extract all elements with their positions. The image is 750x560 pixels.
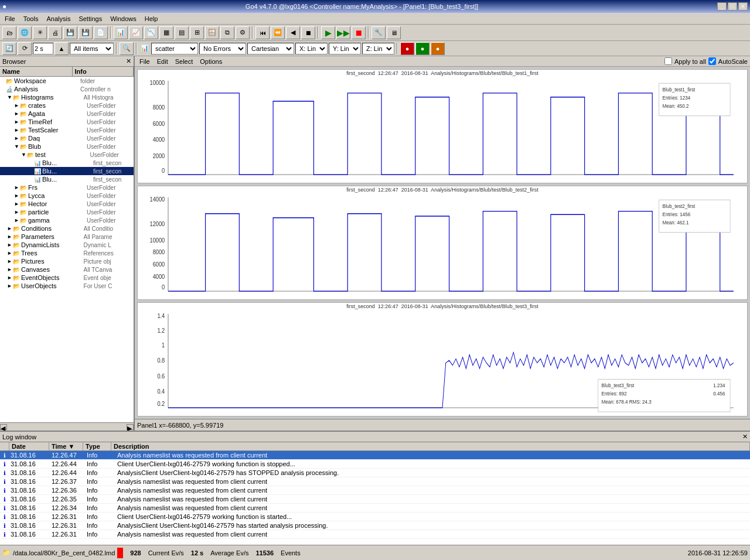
histogram-panel-3[interactable]: first_second 12:26:47 2016-08-31 Analysi… — [137, 302, 748, 416]
menu-windows[interactable]: Windows — [107, 14, 140, 23]
tree-item-blub[interactable]: ▼📂BlubUserFolder — [0, 142, 134, 151]
btn-play-green[interactable]: ▶ — [321, 26, 335, 39]
browser-hscrollbar[interactable]: ◀ ▶ — [0, 422, 134, 431]
tree-expand-crates[interactable]: ► — [14, 103, 20, 108]
tree-expand-frs[interactable]: ► — [14, 185, 20, 190]
tree-item-workspace[interactable]: 📂Workspacefolder — [0, 77, 134, 85]
btn-window[interactable]: 🪟 — [205, 26, 219, 39]
tree-expand-userobjects[interactable]: ► — [7, 283, 13, 289]
tree-expand-eventobjects[interactable]: ► — [7, 275, 13, 281]
log-row[interactable]: ℹ31.08.1612.26.35InfoAnalysis nameslist … — [0, 495, 750, 504]
menu-settings[interactable]: Settings — [75, 14, 105, 23]
tree-expand-conditions[interactable]: ► — [7, 226, 13, 231]
tree-item-agata[interactable]: ►📂AgataUserFolder — [0, 110, 134, 118]
tree-expand-timeref[interactable]: ► — [14, 119, 20, 125]
errors-select[interactable]: No Errors — [199, 43, 246, 54]
btn-stack[interactable]: ⧉ — [220, 26, 234, 39]
tree-item-trees[interactable]: ►📂TreesReferences — [0, 249, 134, 257]
tree-item-timeref[interactable]: ►📂TimeRefUserFolder — [0, 118, 134, 126]
btn-refresh[interactable]: 🔄 — [2, 42, 16, 55]
canvas-menu-edit[interactable]: Edit — [155, 58, 171, 65]
btn-area-chart[interactable]: ▦ — [159, 26, 173, 39]
canvas-menu-file[interactable]: File — [137, 58, 152, 65]
menu-tools[interactable]: Tools — [20, 14, 42, 23]
tree-expand-particle[interactable]: ► — [14, 209, 20, 215]
menu-file[interactable]: File — [1, 14, 19, 23]
tree-expand-trees[interactable]: ► — [7, 250, 13, 256]
tree-item-blub2[interactable]: 📊Blu...first_secon — [0, 167, 134, 175]
btn-clear[interactable]: 🔍 — [120, 42, 134, 55]
close-button[interactable]: ✕ — [738, 2, 748, 11]
tree-item-particle[interactable]: ►📂particleUserFolder — [0, 208, 134, 216]
btn-stop2[interactable]: ⏹ — [301, 26, 315, 39]
btn-color3[interactable]: ● — [431, 42, 445, 55]
tree-expand-testscaler[interactable]: ► — [14, 127, 20, 133]
btn-wrench[interactable]: 🔧 — [371, 26, 386, 39]
btn-color2[interactable]: ● — [415, 42, 429, 55]
btn-step[interactable]: ⟳ — [18, 42, 32, 55]
tree-item-dynamiclists[interactable]: ►📂DynamicListsDynamic L — [0, 241, 134, 249]
histogram-panel-2[interactable]: first_second 12:26:47 2016-08-31 Analysi… — [137, 186, 748, 300]
btn-rewind[interactable]: ⏮ — [255, 26, 270, 39]
plot-type-select[interactable]: scatter — [151, 43, 198, 54]
btn-refresh-up[interactable]: ▲ — [54, 42, 69, 55]
apply-to-all-checkbox[interactable] — [664, 57, 672, 65]
btn-bar-chart[interactable]: 📊 — [114, 26, 128, 39]
tree-item-lycca[interactable]: ►📂LyccaUserFolder — [0, 192, 134, 200]
tree-item-canvases[interactable]: ►📂CanvasesAll TCanva — [0, 265, 134, 274]
log-row[interactable]: ℹ31.08.1612.26.47InfoAnalysis nameslist … — [0, 451, 750, 460]
btn-grid[interactable]: ⊞ — [190, 26, 204, 39]
tree-item-blub1[interactable]: 📊Blu...first_secon — [0, 159, 134, 167]
tree-expand-pictures[interactable]: ► — [7, 258, 13, 264]
log-close-button[interactable]: ✕ — [742, 433, 748, 441]
tree-item-frs[interactable]: ►📂FrsUserFolder — [0, 183, 134, 192]
tree-item-eventobjects[interactable]: ►📂EventObjectsEvent obje — [0, 274, 134, 282]
tree-expand-dynamiclists[interactable]: ► — [7, 242, 13, 248]
tree-expand-agata[interactable]: ► — [14, 111, 20, 117]
log-row[interactable]: ℹ31.08.1612.26.31InfoAnalysis nameslist … — [0, 530, 750, 539]
log-col-date[interactable]: Date — [9, 442, 49, 450]
menu-help[interactable]: Help — [141, 14, 162, 23]
x-axis-select[interactable]: X: Lin — [295, 43, 328, 54]
btn-save[interactable]: 💾 — [63, 26, 77, 39]
log-row[interactable]: ℹ31.08.1612.26.36InfoAnalysis nameslist … — [0, 486, 750, 495]
tree-expand-canvases[interactable]: ► — [7, 267, 13, 272]
btn-step-back[interactable]: ⏪ — [271, 26, 285, 39]
log-row[interactable]: ℹ31.08.1612.26.37InfoAnalysis nameslist … — [0, 477, 750, 486]
scrollbar-right-arrow[interactable]: ▶ — [127, 424, 134, 430]
log-row[interactable]: ℹ31.08.1612.26.44InfoClient UserClient-l… — [0, 460, 750, 469]
tree-expand-gamma[interactable]: ► — [14, 217, 20, 223]
items-select[interactable]: All items — [70, 43, 114, 54]
btn-color1[interactable]: ● — [400, 42, 414, 55]
tree-expand-lycca[interactable]: ► — [14, 193, 20, 199]
tree-item-testscaler[interactable]: ►📂TestScalerUserFolder — [0, 126, 134, 134]
tree-item-userobjects[interactable]: ►📂UserObjectsFor User C — [0, 282, 134, 290]
autoscale-checkbox[interactable] — [708, 57, 716, 65]
log-row[interactable]: ℹ31.08.1612.26.44InfoAnalysisClient User… — [0, 469, 750, 477]
tree-item-daq[interactable]: ►📂DaqUserFolder — [0, 134, 134, 142]
btn-print[interactable]: 🖨 — [48, 26, 62, 39]
maximize-button[interactable]: □ — [728, 2, 737, 11]
browser-close-button[interactable]: ✕ — [126, 57, 131, 65]
tree-expand-histograms[interactable]: ▼ — [7, 94, 13, 100]
btn-table[interactable]: ▤ — [175, 26, 189, 39]
btn-save2[interactable]: 💾 — [79, 26, 93, 39]
log-col-time[interactable]: Time ▼ — [49, 442, 83, 450]
refresh-interval-input[interactable] — [33, 43, 53, 54]
tree-expand-test[interactable]: ▼ — [21, 152, 27, 158]
btn-monitor[interactable]: 🖥 — [387, 26, 401, 39]
menu-analysis[interactable]: Analysis — [43, 14, 74, 23]
scrollbar-track[interactable] — [7, 424, 127, 430]
tree-item-crates[interactable]: ►📂cratesUserFolder — [0, 101, 134, 110]
z-axis-select[interactable]: Z: Lin — [362, 43, 394, 54]
btn-bar-chart2[interactable]: 📈 — [129, 26, 143, 39]
minimize-button[interactable]: _ — [717, 2, 727, 11]
log-row[interactable]: ℹ31.08.1612.26.34InfoAnalysis nameslist … — [0, 504, 750, 513]
btn-play-slow[interactable]: ◀ — [286, 26, 300, 39]
histogram-panel-1[interactable]: first_second 12:26:47 2016-08-31 Analysi… — [137, 69, 748, 183]
tree-item-hector[interactable]: ►📂HectorUserFolder — [0, 200, 134, 208]
tree-item-analysis[interactable]: 🔬AnalysisController n — [0, 85, 134, 93]
log-row[interactable]: ℹ31.08.1612.26.31InfoClient UserClient-l… — [0, 513, 750, 521]
tree-item-parameters[interactable]: ►📂ParametersAll Parame — [0, 233, 134, 241]
tree-item-test[interactable]: ▼📂testUserFolder — [0, 151, 134, 159]
